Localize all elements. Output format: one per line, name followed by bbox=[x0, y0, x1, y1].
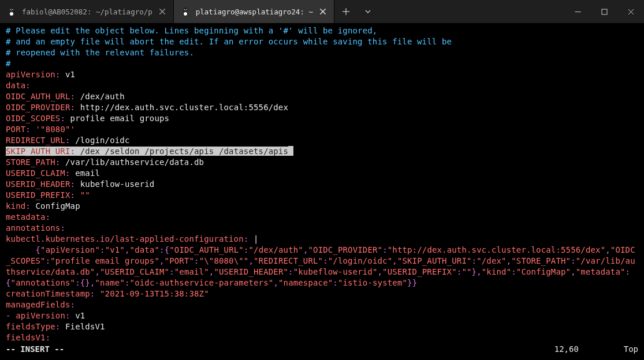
tab-dropdown-button[interactable] bbox=[358, 0, 378, 23]
comment-line: # bbox=[6, 58, 638, 69]
close-window-button[interactable] bbox=[617, 0, 644, 23]
minimize-button[interactable] bbox=[564, 0, 591, 23]
tux-icon bbox=[7, 7, 16, 16]
maximize-button[interactable] bbox=[591, 0, 617, 23]
yaml-line: REDIRECT_URL: /login/oidc bbox=[6, 135, 638, 146]
yaml-line: PORT: '"8080"' bbox=[6, 124, 638, 135]
tux-icon bbox=[181, 7, 190, 16]
svg-point-9 bbox=[184, 12, 187, 16]
vim-cursor-pos: 12,60 bbox=[554, 344, 624, 354]
yaml-line: kubectl.kubernetes.io/last-applied-confi… bbox=[6, 234, 638, 245]
comment-line: # and an empty file will abort the edit.… bbox=[6, 36, 638, 47]
svg-point-3 bbox=[10, 9, 12, 10]
yaml-line: data: bbox=[6, 80, 638, 91]
yaml-line: OIDC_AUTH_URL: /dex/auth bbox=[6, 91, 638, 102]
svg-point-2 bbox=[10, 12, 13, 16]
svg-point-11 bbox=[186, 9, 187, 10]
vim-mode: -- INSERT -- bbox=[6, 344, 64, 354]
yaml-line: annotations: bbox=[6, 223, 638, 234]
yaml-line: kind: ConfigMap bbox=[6, 201, 638, 212]
yaml-line: apiVersion: v1 bbox=[6, 69, 638, 80]
yaml-line: OIDC_PROVIDER: http://dex.auth.svc.clust… bbox=[6, 102, 638, 113]
yaml-line: USERID_PREFIX: "" bbox=[6, 190, 638, 201]
yaml-line: USERID_HEADER: kubeflow-userid bbox=[6, 179, 638, 190]
yaml-json-block: {"apiVersion":"v1","data":{"OIDC_AUTH_UR… bbox=[6, 245, 638, 288]
vim-scroll-pos: Top bbox=[624, 344, 638, 354]
yaml-line: creationTimestamp: "2021-09-13T15:38:38Z… bbox=[6, 288, 638, 299]
editor-viewport[interactable]: # Please edit the object below. Lines be… bbox=[0, 23, 644, 344]
svg-rect-17 bbox=[602, 9, 607, 14]
yaml-highlighted-line: SKIP_AUTH_URI: /dex /seldon /projects/ap… bbox=[6, 146, 638, 157]
svg-point-7 bbox=[183, 7, 188, 12]
tab-bar: fabiol@AB052082: ~/platiagro/p platiagro… bbox=[0, 0, 378, 23]
yaml-line: OIDC_SCOPES: profile email groups bbox=[6, 113, 638, 124]
tab-inactive[interactable]: fabiol@AB052082: ~/platiagro/p bbox=[0, 0, 174, 23]
yaml-line: STORE_PATH: /var/lib/authservice/data.db bbox=[6, 157, 638, 168]
yaml-line: USERID_CLAIM: email bbox=[6, 168, 638, 179]
tab-active[interactable]: platiagro@awsplatiagro24: ~ bbox=[174, 0, 334, 23]
yaml-line: fieldsType: FieldsV1 bbox=[6, 321, 638, 332]
tab-title: platiagro@awsplatiagro24: ~ bbox=[196, 7, 313, 16]
vim-status-line: -- INSERT -- 12,60 Top bbox=[0, 344, 644, 354]
close-icon[interactable] bbox=[158, 7, 166, 16]
window-titlebar: fabiol@AB052082: ~/platiagro/p platiagro… bbox=[0, 0, 644, 23]
window-controls bbox=[564, 0, 644, 23]
svg-point-10 bbox=[184, 9, 185, 10]
yaml-line: fieldsV1: bbox=[6, 332, 638, 343]
new-tab-button[interactable] bbox=[334, 0, 358, 23]
comment-line: # Please edit the object below. Lines be… bbox=[6, 25, 638, 36]
tab-title: fabiol@AB052082: ~/platiagro/p bbox=[22, 7, 152, 16]
svg-point-4 bbox=[12, 9, 13, 10]
comment-line: # reopened with the relevant failures. bbox=[6, 47, 638, 58]
yaml-line: managedFields: bbox=[6, 299, 638, 310]
yaml-line: - apiVersion: v1 bbox=[6, 310, 638, 321]
text-cursor bbox=[288, 146, 293, 156]
svg-point-0 bbox=[9, 7, 14, 12]
yaml-line: metadata: bbox=[6, 212, 638, 223]
close-icon[interactable] bbox=[319, 7, 327, 16]
